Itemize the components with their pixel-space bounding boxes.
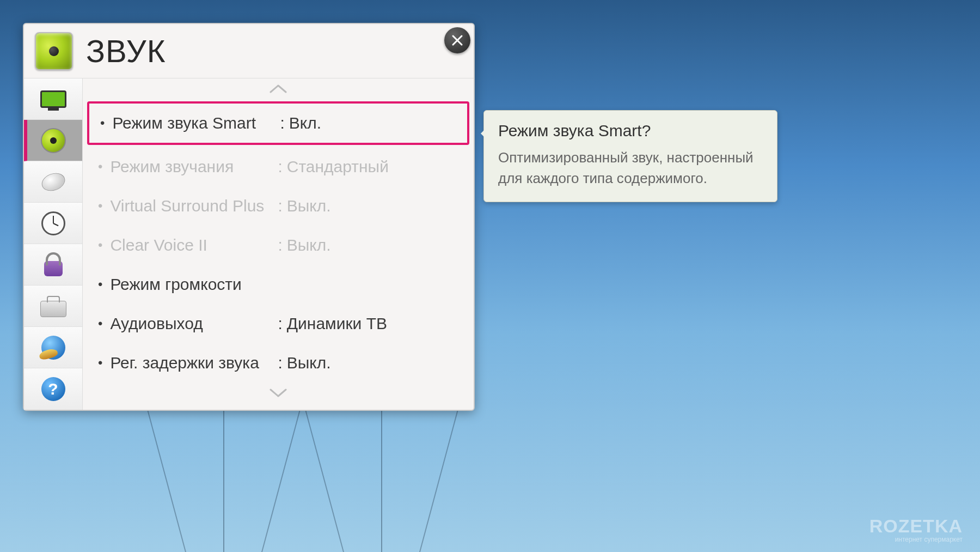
speaker-icon [35, 32, 73, 70]
bg-tower [223, 410, 224, 552]
sidebar-item-channel[interactable] [24, 161, 82, 203]
globe-icon [41, 336, 65, 360]
option-label: Virtual Surround Plus [110, 197, 273, 215]
monitor-icon [40, 90, 66, 108]
bullet-icon: • [98, 316, 102, 331]
colon: : [278, 157, 282, 176]
sidebar-item-network[interactable] [24, 327, 82, 368]
sidebar-item-picture[interactable] [24, 78, 82, 120]
option-value: Выкл. [287, 236, 331, 254]
sidebar-item-support[interactable]: ? [24, 368, 82, 410]
colon: : [278, 197, 282, 215]
watermark-tagline: интернет супермаркет [869, 536, 963, 543]
tooltip-title: Режим звука Smart? [498, 122, 763, 140]
colon: : [280, 114, 284, 132]
settings-sidebar: ? [24, 78, 83, 410]
lock-icon [44, 261, 63, 276]
scroll-up-button[interactable] [87, 78, 469, 99]
dialog-body: ? • Режим звука Smart : Вкл. • Режим зву… [24, 78, 474, 410]
dialog-title: ЗВУК [86, 33, 166, 69]
bullet-icon: • [98, 238, 102, 253]
sidebar-item-sound[interactable] [24, 120, 82, 161]
chevron-up-icon [268, 83, 288, 94]
watermark: ROZETKA интернет супермаркет [869, 515, 963, 543]
chevron-down-icon [268, 387, 288, 398]
option-av-sync[interactable]: • Рег. задержки звука : Выкл. [87, 343, 469, 383]
bullet-icon: • [98, 355, 102, 371]
option-smart-sound-mode[interactable]: • Режим звука Smart : Вкл. [87, 101, 469, 145]
option-virtual-surround: • Virtual Surround Plus : Выкл. [87, 186, 469, 226]
settings-dialog: ЗВУК [23, 23, 475, 411]
bullet-icon: • [100, 116, 105, 131]
option-value: Выкл. [287, 197, 331, 215]
sidebar-item-time[interactable] [24, 203, 82, 244]
close-icon [451, 34, 464, 47]
option-value: Вкл. [289, 114, 321, 132]
bullet-icon: • [98, 277, 102, 292]
option-clear-voice: • Clear Voice II : Выкл. [87, 226, 469, 265]
toolbox-icon [40, 301, 66, 317]
watermark-brand: ROZETKA [869, 515, 963, 537]
option-label: Аудиовыход [110, 314, 273, 333]
option-value: Стандартный [287, 157, 389, 176]
help-tooltip: Режим звука Smart? Оптимизированный звук… [483, 110, 777, 202]
option-label: Режим громкости [110, 275, 273, 294]
sidebar-item-lock[interactable] [24, 244, 82, 286]
tooltip-body: Оптимизированный звук, настроенный для к… [498, 148, 763, 189]
option-value: Выкл. [287, 354, 331, 372]
colon: : [278, 354, 282, 372]
speaker-icon [41, 128, 66, 153]
sidebar-item-option[interactable] [24, 286, 82, 327]
scroll-down-button[interactable] [87, 383, 469, 403]
option-label: Clear Voice II [110, 236, 273, 254]
close-button[interactable] [444, 27, 470, 53]
option-sound-mode: • Режим звучания : Стандартный [87, 147, 469, 186]
clock-icon [41, 211, 65, 235]
bullet-icon: • [98, 159, 102, 174]
option-volume-mode[interactable]: • Режим громкости [87, 265, 469, 304]
satellite-icon [39, 170, 68, 194]
dialog-header: ЗВУК [24, 24, 474, 78]
option-label: Рег. задержки звука [110, 354, 273, 372]
option-label: Режим звука Smart [112, 114, 275, 132]
option-label: Режим звучания [110, 157, 273, 176]
bullet-icon: • [98, 198, 102, 214]
option-audio-output[interactable]: • Аудиовыход : Динамики ТВ [87, 304, 469, 343]
options-panel: • Режим звука Smart : Вкл. • Режим звуча… [83, 78, 474, 410]
bg-tower [381, 410, 382, 552]
option-value: Динамики ТВ [287, 314, 387, 333]
colon: : [278, 236, 282, 254]
help-icon: ? [41, 377, 65, 401]
colon: : [278, 314, 282, 333]
